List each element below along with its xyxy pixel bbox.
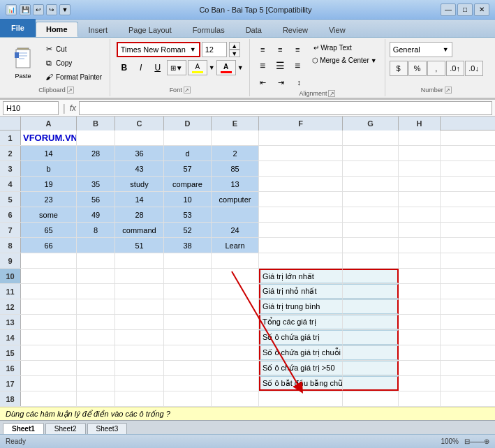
minimize-button[interactable]: — <box>441 3 456 16</box>
cell[interactable] <box>164 361 212 375</box>
cell[interactable]: Giá trị lớn nhất <box>259 269 343 283</box>
cell[interactable] <box>399 345 441 360</box>
cell[interactable] <box>399 361 441 375</box>
cell[interactable]: 57 <box>164 161 212 176</box>
increase-indent[interactable]: ⇥ <box>272 75 289 90</box>
cell[interactable] <box>164 391 212 406</box>
sheet-tab-1[interactable]: Sheet1 <box>3 423 44 434</box>
close-button[interactable]: ✕ <box>474 3 489 16</box>
cell[interactable] <box>115 130 164 145</box>
cell[interactable] <box>259 223 343 237</box>
bold-button[interactable]: B <box>117 60 132 75</box>
cell[interactable] <box>343 269 399 283</box>
cell[interactable] <box>343 361 399 375</box>
cell[interactable]: 85 <box>212 161 259 176</box>
cell[interactable] <box>259 130 343 145</box>
cell[interactable] <box>399 330 441 345</box>
cell[interactable]: 14 <box>21 146 77 160</box>
cell[interactable]: 53 <box>164 207 212 222</box>
align-left[interactable]: ≡ <box>254 58 271 73</box>
cell[interactable] <box>77 391 115 406</box>
cell[interactable] <box>343 299 399 314</box>
cell[interactable] <box>77 315 115 329</box>
cell[interactable] <box>115 269 164 283</box>
cell[interactable]: 36 <box>115 146 164 160</box>
cell[interactable]: Số ô chứa giá trị >50 <box>259 361 343 375</box>
cell[interactable] <box>164 130 212 145</box>
cell[interactable] <box>21 269 77 283</box>
cell[interactable] <box>259 161 343 176</box>
cell[interactable]: Giá trị trung bình <box>259 299 343 314</box>
cell[interactable] <box>212 345 259 360</box>
decrease-decimal[interactable]: .0↓ <box>465 61 483 76</box>
cell[interactable] <box>164 269 212 283</box>
cell[interactable]: 49 <box>77 207 115 222</box>
cell[interactable]: some <box>21 207 77 222</box>
cell[interactable] <box>399 284 441 299</box>
tab-insert[interactable]: Insert <box>78 22 119 37</box>
tab-page-layout[interactable]: Page Layout <box>118 22 182 37</box>
cell[interactable]: 56 <box>77 192 115 207</box>
cell[interactable] <box>21 345 77 360</box>
cell[interactable] <box>399 223 441 237</box>
cell[interactable]: 51 <box>115 238 164 253</box>
col-header-E[interactable]: E <box>212 117 259 130</box>
cell[interactable] <box>343 284 399 299</box>
cell[interactable] <box>399 315 441 329</box>
cell[interactable] <box>212 130 259 145</box>
cell[interactable] <box>164 376 212 391</box>
number-format-dropdown[interactable]: General ▼ <box>390 42 452 57</box>
cell[interactable] <box>77 284 115 299</box>
maximize-button[interactable]: □ <box>457 3 473 16</box>
dropdown-icon[interactable]: ▼ <box>59 4 71 15</box>
cell[interactable]: 28 <box>77 146 115 160</box>
cell[interactable] <box>212 253 259 268</box>
cell[interactable] <box>259 391 343 406</box>
col-header-D[interactable]: D <box>164 117 212 130</box>
cell[interactable] <box>343 161 399 176</box>
currency-button[interactable]: $ <box>390 61 408 76</box>
cell[interactable] <box>259 146 343 160</box>
cell[interactable] <box>77 361 115 375</box>
col-header-B[interactable]: B <box>77 117 115 130</box>
font-size-decrease[interactable]: ▼ <box>229 50 240 57</box>
cell[interactable] <box>77 376 115 391</box>
cell[interactable] <box>399 192 441 207</box>
cell[interactable] <box>343 391 399 406</box>
font-color-button[interactable]: A <box>216 60 236 75</box>
cell[interactable] <box>343 207 399 222</box>
col-header-C[interactable]: C <box>115 117 164 130</box>
cell[interactable] <box>399 130 441 145</box>
font-expand[interactable]: ↗ <box>184 87 191 94</box>
cell[interactable] <box>399 376 441 391</box>
cell[interactable] <box>21 315 77 329</box>
cell[interactable] <box>115 315 164 329</box>
cell[interactable] <box>259 238 343 253</box>
name-box[interactable]: H10 <box>3 101 59 115</box>
tab-data[interactable]: Data <box>235 22 272 37</box>
cell[interactable] <box>343 192 399 207</box>
cell[interactable] <box>21 376 77 391</box>
cell[interactable] <box>399 269 441 283</box>
underline-button[interactable]: U <box>150 60 165 75</box>
cell[interactable] <box>115 284 164 299</box>
col-header-G[interactable]: G <box>343 117 399 130</box>
zoom-slider[interactable]: ⊟——⊕ <box>464 438 489 445</box>
percent-button[interactable]: % <box>408 61 427 76</box>
cell[interactable]: 10 <box>164 192 212 207</box>
cell[interactable]: 66 <box>21 238 77 253</box>
merge-center-button[interactable]: ⬡ Merge & Center ▼ <box>309 54 381 66</box>
col-header-F[interactable]: F <box>259 117 343 130</box>
cell[interactable] <box>343 177 399 191</box>
cell[interactable] <box>212 299 259 314</box>
undo-icon[interactable]: ↩ <box>33 4 44 15</box>
cell[interactable] <box>212 207 259 222</box>
cell[interactable] <box>399 146 441 160</box>
align-top-left[interactable]: ≡ <box>254 42 271 57</box>
cell[interactable] <box>212 284 259 299</box>
cell[interactable] <box>77 161 115 176</box>
cell[interactable] <box>21 284 77 299</box>
cell[interactable] <box>77 253 115 268</box>
cell[interactable] <box>115 391 164 406</box>
cell[interactable] <box>164 299 212 314</box>
